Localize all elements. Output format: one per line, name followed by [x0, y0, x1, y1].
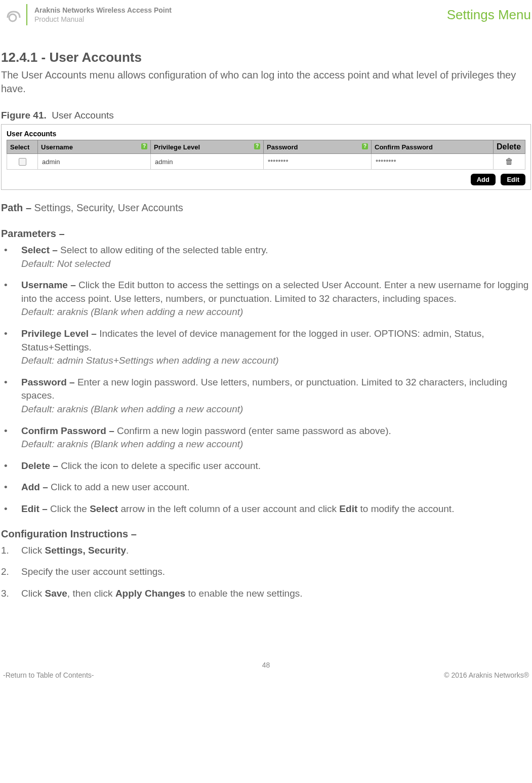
- page-footer: 48 -Return to Table of Contents- © 2016 …: [0, 661, 532, 684]
- page-number: 48: [0, 661, 532, 669]
- path-line: Path – Settings, Security, User Accounts: [1, 202, 531, 214]
- col-confirm: Confirm Password: [372, 140, 494, 154]
- instruction-step-1: Click Settings, Security.: [1, 544, 531, 558]
- trash-icon[interactable]: 🗑: [505, 157, 513, 166]
- col-password: Password?: [264, 140, 372, 154]
- section-title: 12.4.1 - User Accounts: [1, 50, 531, 65]
- col-select: Select: [7, 140, 38, 154]
- parameters-list: Select – Select to allow editing of the …: [1, 244, 531, 516]
- header-divider: [26, 4, 27, 25]
- instructions-list: Click Settings, Security. Specify the us…: [1, 544, 531, 601]
- instruction-step-3: Click Save, then click Apply Changes to …: [1, 587, 531, 601]
- table-row: admin admin ******** ******** 🗑: [7, 154, 525, 170]
- user-accounts-table: Select Username? Privilege Level? Passwo…: [7, 140, 525, 170]
- header-left: Araknis Networks Wireless Access Point P…: [0, 4, 172, 25]
- user-accounts-screenshot: User Accounts Select Username? Privilege…: [1, 124, 531, 190]
- row-username: admin: [38, 154, 151, 170]
- param-username: Username – Click the Edit button to acce…: [1, 279, 531, 319]
- help-icon[interactable]: ?: [141, 143, 147, 149]
- settings-menu-link[interactable]: Settings Menu: [447, 7, 532, 23]
- product-subtitle: Product Manual: [34, 15, 172, 24]
- param-add: Add – Click to add a new user account.: [1, 481, 531, 494]
- product-title: Araknis Networks Wireless Access Point: [34, 6, 172, 15]
- figure-number: Figure 41.: [1, 110, 47, 121]
- row-privilege: admin: [151, 154, 264, 170]
- param-select: Select – Select to allow editing of the …: [1, 244, 531, 270]
- figure-caption: Figure 41. User Accounts: [1, 110, 531, 121]
- figure-title: User Accounts: [52, 110, 114, 121]
- add-button[interactable]: Add: [471, 174, 496, 185]
- return-to-toc-link[interactable]: -Return to Table of Contents-: [3, 671, 94, 679]
- col-username: Username?: [38, 140, 151, 154]
- page-content: 12.4.1 - User Accounts The User Accounts…: [0, 50, 532, 600]
- panel-title: User Accounts: [7, 130, 525, 138]
- path-value: Settings, Security, User Accounts: [34, 202, 183, 213]
- param-privilege: Privilege Level – Indicates the level of…: [1, 327, 531, 368]
- svg-point-0: [9, 14, 16, 21]
- section-intro: The User Accounts menu allows configurat…: [1, 68, 531, 96]
- instructions-heading: Configuration Instructions –: [1, 528, 531, 540]
- copyright-text: © 2016 Araknis Networks®: [444, 671, 529, 679]
- edit-button[interactable]: Edit: [501, 174, 525, 185]
- param-password: Password – Enter a new login password. U…: [1, 376, 531, 416]
- parameters-heading: Parameters –: [1, 228, 531, 240]
- page-header: Araknis Networks Wireless Access Point P…: [0, 0, 532, 29]
- row-delete-icon[interactable]: 🗑: [494, 154, 525, 170]
- col-delete: Delete: [494, 140, 525, 154]
- help-icon[interactable]: ?: [362, 143, 368, 149]
- instruction-step-2: Specify the user account settings.: [1, 565, 531, 579]
- path-label: Path –: [1, 202, 31, 213]
- help-icon[interactable]: ?: [254, 143, 260, 149]
- col-privilege: Privilege Level?: [151, 140, 264, 154]
- param-delete: Delete – Click the icon to delete a spec…: [1, 459, 531, 473]
- brand-logo-icon: [2, 4, 23, 25]
- button-row: Add Edit: [7, 174, 525, 185]
- row-select-checkbox[interactable]: [7, 154, 38, 170]
- param-confirm: Confirm Password – Confirm a new login p…: [1, 424, 531, 451]
- header-titles: Araknis Networks Wireless Access Point P…: [34, 6, 172, 24]
- row-password: ********: [264, 154, 372, 170]
- row-confirm: ********: [372, 154, 494, 170]
- param-edit: Edit – Click the Select arrow in the lef…: [1, 502, 531, 516]
